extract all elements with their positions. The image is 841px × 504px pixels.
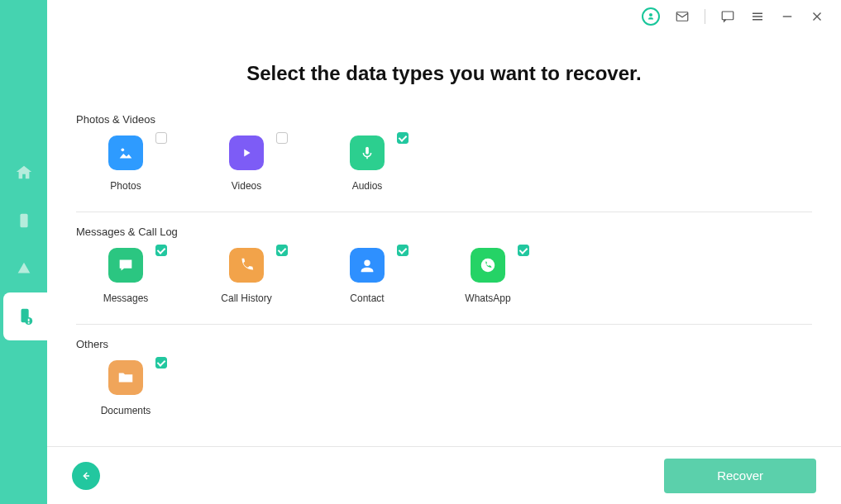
type-card-contact[interactable]: Contact [342, 248, 392, 304]
titlebar: D [0, 0, 841, 33]
type-card-messages[interactable]: Messages [101, 248, 151, 304]
type-label: WhatsApp [465, 292, 510, 304]
sidebar-item-home[interactable] [0, 149, 47, 197]
section-label-others: Others [76, 338, 812, 350]
svg-point-13 [481, 259, 495, 273]
sidebar [0, 0, 47, 504]
type-card-videos[interactable]: Videos [222, 136, 271, 192]
type-label: Photos [110, 180, 141, 192]
person-icon [350, 248, 385, 283]
content: Photos & Videos Photos Videos [47, 108, 841, 504]
svg-rect-11 [366, 147, 369, 155]
play-icon [229, 136, 264, 170]
section-label-messages-call-log: Messages & Call Log [76, 226, 812, 238]
mail-icon[interactable] [675, 9, 690, 24]
titlebar-right [642, 7, 824, 26]
phone-icon [229, 248, 264, 283]
type-label: Call History [221, 292, 271, 304]
divider [76, 324, 812, 325]
type-card-documents[interactable]: Documents [101, 360, 151, 416]
checkbox-messages[interactable] [155, 245, 167, 256]
sidebar-item-cloud[interactable] [0, 245, 47, 292]
type-label: Contact [350, 292, 384, 304]
checkbox-videos[interactable] [276, 132, 288, 144]
checkbox-call-history[interactable] [276, 245, 288, 256]
svg-rect-8 [27, 322, 29, 324]
svg-rect-4 [20, 214, 27, 228]
divider [76, 212, 812, 212]
section-row-messages-call-log: Messages Call History Contact [76, 248, 812, 312]
svg-rect-2 [676, 12, 688, 21]
titlebar-divider [705, 9, 705, 24]
back-button[interactable] [72, 462, 100, 490]
svg-point-12 [364, 260, 370, 266]
type-card-photos[interactable]: Photos [101, 136, 151, 192]
type-label: Documents [101, 405, 151, 416]
type-card-call-history[interactable]: Call History [222, 248, 271, 304]
type-card-whatsapp[interactable]: WhatsApp [463, 248, 513, 304]
mic-icon [350, 136, 385, 170]
type-label: Audios [352, 180, 383, 192]
type-label: Messages [103, 292, 149, 304]
sidebar-item-recovery[interactable] [3, 292, 47, 340]
minimize-icon[interactable] [780, 9, 795, 24]
folder-icon [108, 360, 143, 395]
svg-rect-3 [722, 12, 733, 20]
checkbox-photos[interactable] [155, 132, 167, 144]
page-title: Select the data types you want to recove… [47, 62, 841, 85]
recover-button[interactable]: Recover [664, 459, 816, 493]
close-icon[interactable] [810, 9, 824, 24]
sidebar-item-device[interactable] [0, 197, 47, 245]
main-panel: Select the data types you want to recove… [47, 33, 841, 504]
section-row-photos-videos: Photos Videos Audios [76, 136, 812, 200]
checkbox-contact[interactable] [397, 245, 409, 256]
svg-point-10 [122, 149, 125, 152]
feedback-icon[interactable] [720, 9, 735, 24]
section-label-photos-videos: Photos & Videos [76, 113, 812, 126]
checkbox-documents[interactable] [155, 357, 167, 368]
type-label: Videos [232, 180, 261, 192]
section-row-others: Documents [76, 360, 812, 425]
svg-rect-7 [27, 319, 29, 321]
image-icon [108, 136, 143, 170]
checkbox-whatsapp[interactable] [518, 245, 529, 256]
account-icon[interactable] [642, 7, 660, 26]
whatsapp-icon [471, 248, 505, 283]
type-card-audios[interactable]: Audios [342, 136, 392, 192]
footer: Recover [47, 446, 841, 504]
chat-icon [108, 248, 143, 283]
checkbox-audios[interactable] [397, 132, 409, 144]
menu-icon[interactable] [750, 9, 765, 24]
